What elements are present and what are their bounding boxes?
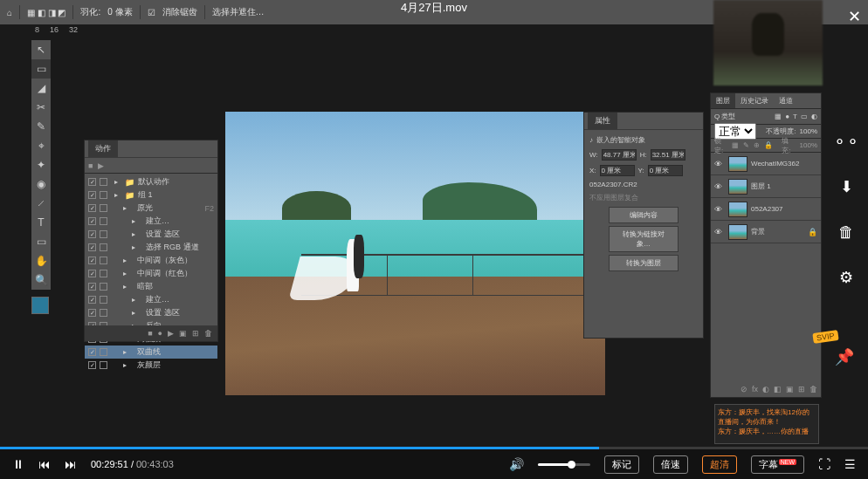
action-item[interactable]: ✓▸双曲线 [85, 346, 217, 359]
filter-adjust-icon[interactable]: ● [785, 113, 789, 120]
next-button[interactable]: ⏭ [65, 457, 77, 471]
lock-position-icon[interactable]: ✎ [743, 141, 749, 149]
mark-button[interactable]: 标记 [604, 455, 639, 474]
fx-icon[interactable]: fx [752, 385, 758, 393]
layer-row[interactable]: 👁052A2307 [711, 198, 821, 221]
play-icon[interactable]: ▶ [98, 161, 104, 170]
settings-icon[interactable]: ⚙ [836, 267, 857, 288]
action-item[interactable]: ✓▸暗部 [85, 280, 217, 293]
properties-tab[interactable]: 属性 [588, 113, 617, 129]
prev-button[interactable]: ⏮ [38, 457, 51, 471]
action-item[interactable]: ✓▸选择 RGB 通道 [85, 241, 217, 254]
crop-tool[interactable]: ✂ [31, 98, 51, 117]
volume-icon[interactable]: 🔊 [509, 457, 524, 471]
convert-linked-button[interactable]: 转换为链接对象… [609, 226, 679, 252]
quality-button[interactable]: 超清 [702, 455, 737, 474]
new-layer-icon[interactable]: ⊞ [798, 385, 805, 393]
action-item[interactable]: ✓▸📁组 1 [85, 188, 217, 202]
lock-pixels-icon[interactable]: ▦ [732, 141, 739, 149]
filter-pixel-icon[interactable]: ▦ [775, 113, 782, 120]
filter-type-icon[interactable]: T [793, 113, 797, 120]
opacity-value[interactable]: 100% [800, 127, 817, 135]
bit-depth-options: 81632 [35, 24, 78, 35]
edit-content-button[interactable]: 编辑内容 [609, 207, 679, 223]
speed-button[interactable]: 倍速 [653, 455, 688, 474]
select-mask-button[interactable]: 选择并遮住… [212, 6, 265, 18]
antialias-checkbox[interactable]: 消除锯齿 [162, 6, 197, 18]
action-item[interactable]: ✓▸建立… [85, 215, 217, 228]
clone-tool[interactable]: ◉ [31, 174, 51, 194]
subtitle-button[interactable]: 字幕NEW [751, 455, 804, 474]
new-set-icon[interactable]: ▣ [179, 329, 187, 338]
layer-row[interactable]: 👁背景🔒 [711, 221, 821, 243]
volume-slider[interactable] [538, 463, 590, 466]
brush-tool[interactable]: ✦ [31, 155, 51, 174]
zoom-tool[interactable]: 🔍 [31, 270, 51, 290]
mask-icon[interactable]: ◐ [762, 385, 769, 393]
y-input[interactable] [648, 165, 683, 176]
trash-icon[interactable]: 🗑 [204, 329, 212, 338]
lock-all-icon[interactable]: ⊕ [754, 141, 760, 149]
download-icon[interactable]: ⬇ [836, 176, 857, 197]
move-tool[interactable]: ↖ [31, 40, 51, 59]
feather-value[interactable]: 0 像素 [107, 6, 132, 18]
filter-kind-label[interactable]: Q 类型 [714, 112, 735, 121]
healing-tool[interactable]: ⌖ [31, 136, 51, 155]
link-icon[interactable]: ⊘ [741, 385, 747, 393]
play-icon[interactable]: ▶ [168, 329, 174, 338]
document-canvas[interactable] [225, 112, 605, 395]
type-tool[interactable]: T [31, 213, 51, 232]
feather-label: 羽化: [80, 6, 100, 18]
home-icon[interactable]: ⌂ [7, 8, 12, 17]
layer-comp-note: 不应用图层复合 [589, 193, 698, 202]
fullscreen-icon[interactable]: ⛶ [818, 457, 830, 471]
live-chat[interactable]: 东方：媛庆丰，找来淘12你的直播间，为你而来！ 东方：媛庆丰，……你的直播 [714, 404, 819, 444]
trash-icon[interactable]: 🗑 [809, 385, 817, 393]
lock-artboard-icon[interactable]: 🔒 [764, 141, 773, 149]
playlist-icon[interactable]: ☰ [844, 457, 856, 471]
selection-mode-icon[interactable]: ▦ ◧ ◨ ◩ [27, 8, 65, 17]
actions-panel: 动作 ■ ▶ ✓▸📁默认动作✓▸📁组 1✓▸原光F2✓▸建立…✓▸设置 选区✓▸… [84, 140, 218, 342]
new-action-icon[interactable]: ⊞ [192, 329, 199, 338]
height-input[interactable] [651, 149, 685, 161]
action-item[interactable]: ✓▸📁默认动作 [85, 175, 217, 188]
group-icon[interactable]: ▣ [786, 385, 794, 393]
foreground-color[interactable] [31, 297, 49, 314]
history-tab[interactable]: 历史记录 [735, 93, 774, 108]
action-item[interactable]: ✓▸中间调（灰色） [85, 254, 217, 267]
width-input[interactable] [602, 149, 637, 161]
pause-button[interactable]: ⏸ [12, 457, 24, 471]
actions-tab[interactable]: 动作 [88, 140, 118, 157]
layer-row[interactable]: 👁图层 1 [711, 175, 821, 198]
stop-icon[interactable]: ■ [148, 329, 152, 338]
channels-tab[interactable]: 通道 [774, 93, 798, 108]
layer-row[interactable]: 👁WechatIMG362 [711, 153, 821, 175]
hand-tool[interactable]: ✋ [31, 251, 51, 270]
marquee-tool[interactable]: ▭ [31, 59, 51, 79]
stop-icon[interactable]: ■ [88, 161, 93, 170]
x-input[interactable] [600, 165, 635, 176]
record-icon[interactable]: ● [158, 329, 162, 338]
filter-smart-icon[interactable]: ◐ [811, 113, 817, 120]
layers-tab[interactable]: 图层 [711, 93, 735, 108]
action-item[interactable]: ✓▸中间调（红色） [85, 267, 217, 280]
chat-line: 东方：媛庆丰，找来淘12你的直播间，为你而来！ [718, 407, 816, 427]
action-item[interactable]: ✓▸灰颜层 [85, 359, 217, 372]
share-icon[interactable]: ⚬⚬ [836, 131, 857, 152]
fill-value[interactable]: 100% [800, 141, 817, 149]
action-item[interactable]: ✓▸原光F2 [85, 202, 217, 215]
lasso-tool[interactable]: ◢ [31, 79, 51, 98]
filter-shape-icon[interactable]: ▭ [801, 113, 808, 120]
action-item[interactable]: ✓▸设置 选区 [85, 306, 217, 319]
shape-tool[interactable]: ▭ [31, 232, 51, 251]
action-item[interactable]: ✓▸设置 选区 [85, 228, 217, 241]
eyedropper-tool[interactable]: ✎ [31, 117, 51, 136]
gradient-tool[interactable]: ⟋ [31, 194, 51, 213]
adjustment-icon[interactable]: ◧ [774, 385, 782, 393]
delete-icon[interactable]: 🗑 [836, 222, 857, 243]
action-tree[interactable]: ✓▸📁默认动作✓▸📁组 1✓▸原光F2✓▸建立…✓▸设置 选区✓▸选择 RGB … [85, 174, 217, 373]
pin-icon[interactable]: 📌 [835, 347, 854, 366]
close-button[interactable]: ✕ [848, 7, 861, 26]
action-item[interactable]: ✓▸建立… [85, 293, 217, 306]
convert-layers-button[interactable]: 转换为图层 [609, 255, 679, 271]
